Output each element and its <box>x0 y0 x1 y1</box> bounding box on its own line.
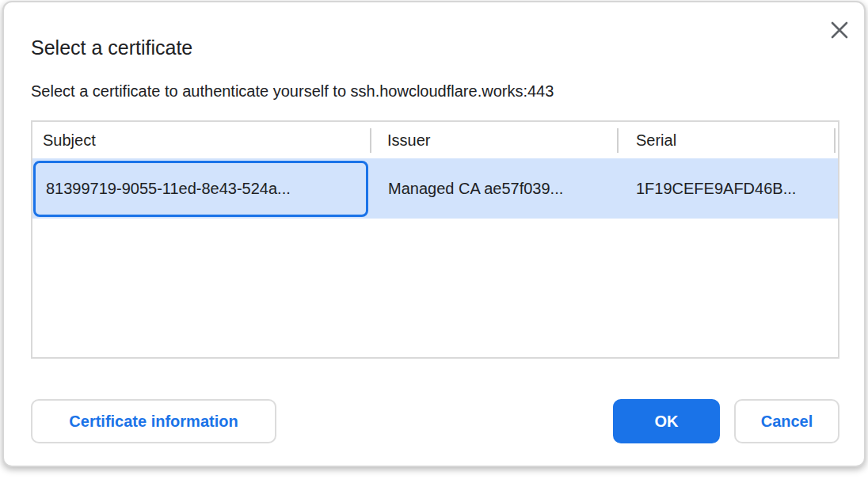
table-header: Subject Issuer Serial <box>32 122 838 158</box>
cancel-button[interactable]: Cancel <box>734 399 839 443</box>
column-header-issuer: Issuer <box>370 122 617 158</box>
cell-issuer[interactable]: Managed CA ae57f039... <box>370 158 617 219</box>
dialog-title: Select a certificate <box>31 36 192 59</box>
column-divider <box>617 128 619 153</box>
certificate-information-button[interactable]: Certificate information <box>31 399 276 443</box>
column-header-label: Issuer <box>387 131 430 150</box>
certificate-dialog: Select a certificate Select a certificat… <box>2 1 866 467</box>
cell-subject[interactable]: 81399719-9055-11ed-8e43-524a... <box>32 158 370 219</box>
certificate-table: Subject Issuer Serial 81399719-9055-11ed… <box>31 120 839 359</box>
close-icon <box>831 21 848 39</box>
cell-subject-text: 81399719-9055-11ed-8e43-524a... <box>46 180 291 198</box>
column-header-label: Serial <box>636 131 676 150</box>
ok-button[interactable]: OK <box>613 399 720 443</box>
cell-serial[interactable]: 1F19CEFE9AFD46B... <box>617 158 838 219</box>
column-header-label: Subject <box>43 131 96 150</box>
close-button[interactable] <box>826 17 853 44</box>
table-row[interactable]: 81399719-9055-11ed-8e43-524a... Managed … <box>32 158 838 219</box>
column-divider <box>370 128 371 153</box>
dialog-subtitle: Select a certificate to authenticate you… <box>31 82 554 101</box>
column-divider <box>834 128 836 153</box>
cell-issuer-text: Managed CA ae57f039... <box>388 180 563 198</box>
column-header-serial: Serial <box>617 122 838 158</box>
cell-serial-text: 1F19CEFE9AFD46B... <box>636 180 796 198</box>
column-header-subject: Subject <box>32 122 370 158</box>
